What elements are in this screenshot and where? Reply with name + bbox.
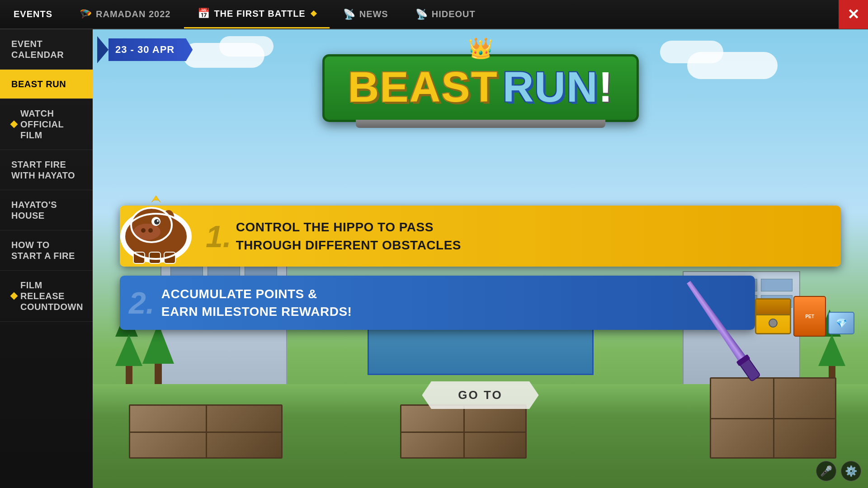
logo-background: 👑 BEAST RUN ! [322, 54, 639, 122]
crate-center [400, 404, 527, 459]
events-label: EVENTS [14, 9, 52, 19]
sidebar-item-watch-film[interactable]: WATCH OFFICIAL FILM [0, 99, 93, 150]
diamond-ticket: 💎 [828, 312, 854, 334]
date-badge-container: 23 - 30 APR [97, 36, 193, 63]
ramadan-label: RAMADAN 2022 [96, 9, 170, 19]
date-triangle [97, 36, 108, 63]
sidebar-item-how-to-fire[interactable]: HOW TO START A FIRE [0, 230, 93, 271]
signal-icon-news: 📡 [343, 8, 356, 21]
date-badge-wrapper: 23 - 30 APR [97, 36, 193, 63]
go-to-container: GO TO [422, 381, 538, 409]
sidebar-item-hayatos-house[interactable]: HAYATO'S HOUSE [0, 190, 93, 230]
nav-hideout[interactable]: 📡 HIDEOUT [402, 0, 489, 28]
nav-news[interactable]: 📡 NEWS [330, 0, 402, 28]
news-label: NEWS [359, 9, 388, 19]
go-to-button[interactable]: GO TO [422, 381, 538, 409]
cloud-2 [219, 36, 274, 56]
signal-icon-hideout: 📡 [415, 8, 428, 21]
instr2-text: ACCUMULATE POINTS &EARN MILESTONE REWARD… [161, 285, 352, 320]
exclaim-text: ! [599, 66, 613, 108]
svg-point-7 [154, 219, 160, 225]
sidebar-item-event-calendar[interactable]: EVENT CALENDAR [0, 29, 93, 70]
crate-right [710, 377, 836, 459]
first-battle-label: THE FIRST BATTLE [214, 9, 305, 19]
settings-button[interactable]: ⚙️ [841, 461, 861, 481]
watch-film-dot [10, 121, 18, 128]
beast-run-label: BEAST RUN [11, 79, 66, 89]
sidebar-item-film-countdown[interactable]: FILM RELEASE COUNTDOWN [0, 271, 93, 322]
settings-icon: ⚙️ [845, 465, 857, 477]
parachute-icon: 🪂 [80, 8, 92, 21]
sidebar-item-start-fire[interactable]: START FIRE WITH HAYATO [0, 150, 93, 190]
microphone-icon: 🎤 [820, 465, 832, 477]
logo-text-row: BEAST RUN ! [343, 66, 618, 108]
close-icon: ✕ [847, 6, 859, 23]
bottom-icons: 🎤 ⚙️ [816, 461, 861, 481]
instr1-number: 1. [206, 221, 231, 252]
microphone-button[interactable]: 🎤 [816, 461, 836, 481]
instr2-number: 2. [129, 287, 155, 318]
close-button[interactable]: ✕ [839, 0, 868, 29]
run-text: RUN [503, 66, 599, 108]
hideout-label: HIDEOUT [432, 9, 476, 19]
svg-point-5 [148, 228, 153, 233]
hippo-image [111, 189, 201, 266]
how-to-fire-label: HOW TO START A FIRE [11, 239, 81, 261]
sidebar-item-beast-run[interactable]: BEAST RUN [0, 70, 93, 99]
sidebar: EVENT CALENDAR BEAST RUN WATCH OFFICIAL … [0, 29, 93, 488]
hippo-svg [111, 189, 201, 266]
svg-point-4 [141, 228, 146, 233]
diamond-icon: 💎 [836, 318, 847, 328]
film-countdown-label: FILM RELEASE COUNTDOWN [20, 280, 83, 312]
nav-first-battle[interactable]: 📅 THE FIRST BATTLE [184, 0, 329, 28]
nav-events[interactable]: EVENTS [0, 0, 66, 28]
svg-marker-13 [151, 196, 160, 202]
film-countdown-dot [10, 292, 18, 300]
main-content: 23 - 30 APR 👑 BEAST RUN ! [93, 29, 868, 488]
instr1-text: CONTROL THE HIPPO TO PASSTHROUGH DIFFERE… [236, 218, 461, 253]
watch-film-label: WATCH OFFICIAL FILM [20, 108, 81, 141]
instruction-2: 2. ACCUMULATE POINTS &EARN MILESTONE REW… [120, 276, 755, 330]
top-navigation: EVENTS 🪂 RAMADAN 2022 📅 THE FIRST BATTLE… [0, 0, 868, 29]
date-text: 23 - 30 APR [108, 38, 193, 61]
nav-ramadan[interactable]: 🪂 RAMADAN 2022 [66, 0, 184, 28]
crown-icon: 👑 [468, 36, 493, 60]
active-diamond [311, 10, 317, 17]
beast-text: BEAST [348, 66, 498, 108]
svg-point-8 [157, 220, 159, 222]
calendar-icon: 📅 [198, 7, 210, 20]
start-fire-label: START FIRE WITH HAYATO [11, 159, 81, 181]
cloud-4 [660, 41, 723, 63]
event-calendar-label: EVENT CALENDAR [11, 38, 81, 60]
logo-bottom-bar [356, 120, 605, 128]
crate-left [129, 404, 283, 459]
beast-run-logo-container: 👑 BEAST RUN ! [322, 54, 639, 122]
hayatos-house-label: HAYATO'S HOUSE [11, 199, 81, 221]
